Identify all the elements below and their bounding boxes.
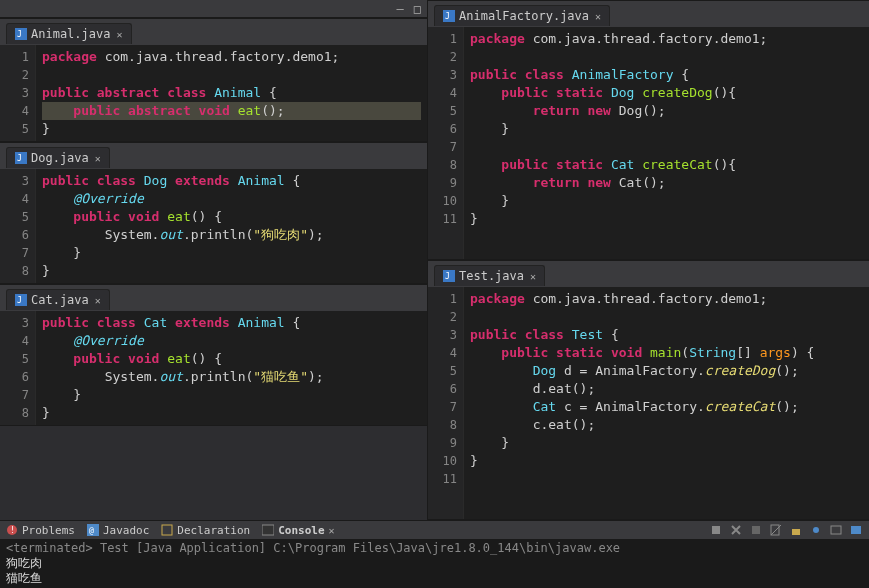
tab-label: Dog.java (31, 151, 89, 165)
svg-text:J: J (17, 30, 22, 39)
tab-label: Problems (22, 524, 75, 537)
bottom-panel: ! Problems @ Javadoc Declaration Console… (0, 520, 869, 588)
console-icon (262, 524, 274, 536)
svg-rect-21 (831, 526, 841, 534)
svg-rect-15 (262, 525, 274, 535)
tab-label: Console (278, 524, 324, 537)
svg-rect-14 (162, 525, 172, 535)
svg-text:J: J (17, 296, 22, 305)
remove-launch-icon[interactable] (709, 523, 723, 537)
close-icon[interactable]: ✕ (95, 153, 101, 164)
close-icon[interactable]: ✕ (595, 11, 601, 22)
close-icon[interactable]: ✕ (95, 295, 101, 306)
right-column: J AnimalFactory.java ✕ 1234567891011 pac… (428, 0, 869, 520)
tab-test[interactable]: J Test.java ✕ (434, 265, 545, 286)
svg-text:@: @ (89, 526, 94, 535)
java-file-icon: J (443, 10, 455, 22)
declaration-icon (161, 524, 173, 536)
close-icon[interactable]: ✕ (530, 271, 536, 282)
scroll-lock-icon[interactable] (789, 523, 803, 537)
gutter: 345678 (6, 311, 36, 425)
svg-rect-19 (792, 529, 800, 535)
tab-animal[interactable]: J Animal.java ✕ (6, 23, 132, 44)
bottom-tab-bar: ! Problems @ Javadoc Declaration Console… (0, 521, 869, 539)
editor-animal: J Animal.java ✕ 12345 package com.java.t… (0, 18, 427, 142)
tab-label: Javadoc (103, 524, 149, 537)
tab-bar-cat: J Cat.java ✕ (0, 285, 427, 311)
tab-declaration[interactable]: Declaration (161, 524, 250, 537)
display-selected-icon[interactable] (829, 523, 843, 537)
tab-console[interactable]: Console ✕ (262, 524, 334, 537)
gutter: 345678 (6, 169, 36, 283)
gutter: 1234567891011 (434, 27, 464, 259)
java-file-icon: J (15, 294, 27, 306)
editor-factory: J AnimalFactory.java ✕ 1234567891011 pac… (428, 0, 869, 260)
terminate-icon[interactable] (749, 523, 763, 537)
svg-rect-16 (712, 526, 720, 534)
close-icon[interactable]: ✕ (329, 525, 335, 536)
code-animal[interactable]: 12345 package com.java.thread.factory.de… (0, 45, 427, 141)
tab-bar-test: J Test.java ✕ (428, 261, 869, 287)
tab-dog[interactable]: J Dog.java ✕ (6, 147, 110, 168)
java-file-icon: J (15, 152, 27, 164)
tab-bar-animal: J Animal.java ✕ (0, 19, 427, 45)
console-output[interactable]: <terminated> Test [Java Application] C:\… (0, 539, 869, 588)
tab-label: Declaration (177, 524, 250, 537)
gutter: 12345 (6, 45, 36, 141)
tab-label: Test.java (459, 269, 524, 283)
terminated-line: <terminated> Test [Java Application] C:\… (6, 541, 863, 556)
open-console-icon[interactable] (849, 523, 863, 537)
svg-rect-17 (752, 526, 760, 534)
code-factory[interactable]: 1234567891011 package com.java.thread.fa… (428, 27, 869, 259)
code-cat[interactable]: 345678 public class Cat extends Animal {… (0, 311, 427, 425)
svg-point-20 (813, 527, 819, 533)
svg-text:!: ! (10, 526, 15, 535)
tab-cat[interactable]: J Cat.java ✕ (6, 289, 110, 310)
editor-test: J Test.java ✕ 1234567891011 package com.… (428, 260, 869, 520)
java-file-icon: J (443, 270, 455, 282)
tab-label: Animal.java (31, 27, 110, 41)
minimize-button[interactable]: — (397, 2, 404, 16)
remove-all-icon[interactable] (729, 523, 743, 537)
close-icon[interactable]: ✕ (116, 29, 122, 40)
problems-icon: ! (6, 524, 18, 536)
code-dog[interactable]: 345678 public class Dog extends Animal {… (0, 169, 427, 283)
svg-text:J: J (445, 272, 450, 281)
tab-factory[interactable]: J AnimalFactory.java ✕ (434, 5, 610, 26)
tab-bar-factory: J AnimalFactory.java ✕ (428, 1, 869, 27)
tab-label: AnimalFactory.java (459, 9, 589, 23)
editor-dog: J Dog.java ✕ 345678 public class Dog ext… (0, 142, 427, 284)
svg-text:J: J (17, 154, 22, 163)
javadoc-icon: @ (87, 524, 99, 536)
console-line: 狗吃肉 (6, 556, 863, 571)
editor-area: — □ J Animal.java ✕ 12345 package com.ja… (0, 0, 869, 520)
tab-javadoc[interactable]: @ Javadoc (87, 524, 149, 537)
window-controls: — □ (0, 0, 427, 18)
left-column: — □ J Animal.java ✕ 12345 package com.ja… (0, 0, 428, 520)
code-test[interactable]: 1234567891011 package com.java.thread.fa… (428, 287, 869, 519)
svg-text:J: J (445, 12, 450, 21)
clear-console-icon[interactable] (769, 523, 783, 537)
gutter: 1234567891011 (434, 287, 464, 519)
tab-label: Cat.java (31, 293, 89, 307)
console-line: 猫吃鱼 (6, 571, 863, 586)
tab-bar-dog: J Dog.java ✕ (0, 143, 427, 169)
editor-cat: J Cat.java ✕ 345678 public class Cat ext… (0, 284, 427, 426)
tab-problems[interactable]: ! Problems (6, 524, 75, 537)
maximize-button[interactable]: □ (414, 2, 421, 16)
console-toolbar (709, 523, 863, 537)
java-file-icon: J (15, 28, 27, 40)
pin-console-icon[interactable] (809, 523, 823, 537)
svg-rect-22 (851, 526, 861, 534)
